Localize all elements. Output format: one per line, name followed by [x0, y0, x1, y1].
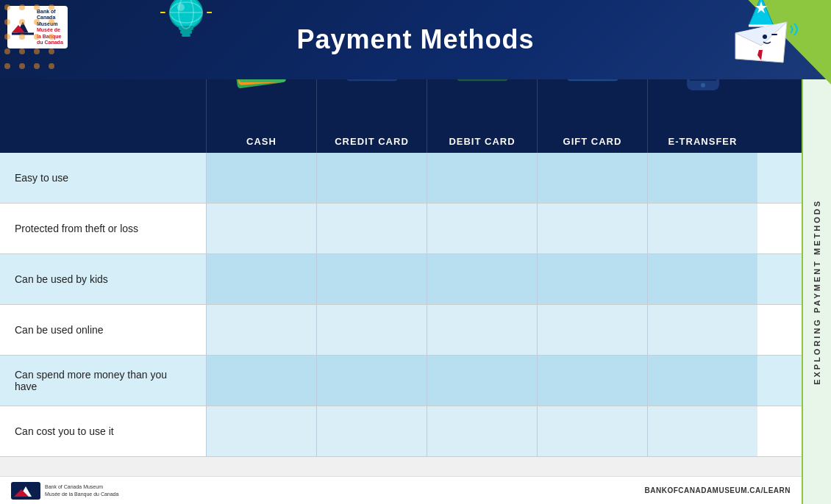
col-header-debit: 3829 5676 1010 3456 DebitCard DEBIT CARD — [427, 79, 537, 153]
svg-rect-50 — [238, 79, 285, 82]
col-label-cash: CASH — [246, 136, 277, 147]
header-empty-cell — [0, 79, 206, 153]
table-row: Can be used online — [0, 305, 802, 356]
row-cell-debit-cost — [427, 406, 537, 456]
table-rows: Easy to use Protected from theft or loss… — [0, 153, 802, 457]
col-header-cash: $ $ $ CASH — [206, 79, 316, 153]
row-cell-debit-kids — [427, 254, 537, 304]
row-cell-credit-online — [316, 305, 427, 355]
svg-point-18 — [49, 48, 54, 54]
svg-rect-72 — [566, 79, 618, 81]
svg-rect-26 — [182, 34, 190, 37]
main-content: $ $ $ CASH — [0, 79, 831, 504]
row-label-online: Can be used online — [0, 305, 206, 355]
col-label-debit: DEBIT CARD — [449, 136, 515, 147]
row-cell-debit-easy — [427, 153, 537, 203]
debit-card-icon: 3829 5676 1010 3456 DebitCard — [453, 79, 512, 87]
mascot — [721, 0, 802, 84]
row-cell-debit-online — [427, 305, 537, 355]
row-cell-cash-kids — [206, 254, 316, 304]
row-cell-gift-easy — [537, 153, 647, 203]
footer-logo: Bank of Canada Museum Musée de la Banque… — [11, 482, 118, 500]
svg-point-8 — [19, 19, 25, 25]
row-cell-cash-overspend — [206, 356, 316, 406]
row-cell-cash-easy — [206, 153, 316, 203]
svg-point-86 — [701, 83, 705, 87]
table-row: Can cost you to use it — [0, 406, 802, 457]
svg-point-3 — [4, 4, 10, 10]
svg-point-22 — [49, 63, 54, 69]
svg-rect-53 — [346, 79, 398, 81]
footer-url: BANKOFCANADAMUSEUM.CA/LEARN — [645, 486, 791, 494]
svg-rect-82 — [689, 79, 717, 81]
col-label-etransfer: E-TRANSFER — [668, 136, 738, 147]
table-row: Can be used by kids — [0, 254, 802, 305]
row-cell-etransfer-cost — [647, 406, 757, 456]
side-panel: EXPLORING PAYMENT METHODS — [802, 79, 831, 504]
row-cell-etransfer-protected — [647, 204, 757, 253]
svg-point-5 — [34, 4, 40, 10]
row-cell-debit-overspend — [427, 356, 537, 406]
row-cell-etransfer-overspend — [647, 356, 757, 406]
row-cell-etransfer-kids — [647, 254, 757, 304]
row-cell-credit-easy — [316, 153, 427, 203]
row-cell-gift-cost — [537, 406, 647, 456]
footer: Bank of Canada Museum Musée de la Banque… — [0, 476, 802, 504]
cash-icon: $ $ $ — [232, 79, 291, 87]
svg-point-23 — [170, 0, 202, 29]
gift-card-icon: GiftCard — [563, 79, 622, 87]
svg-point-10 — [49, 19, 54, 25]
col-header-etransfer: E-TRANSFER — [647, 79, 757, 153]
svg-point-11 — [4, 34, 10, 40]
side-panel-text: EXPLORING PAYMENT METHODS — [813, 199, 821, 385]
credit-card-icon: 3829 5676 1010 3456 CreditCard BANK — [343, 79, 402, 87]
row-cell-gift-online — [537, 305, 647, 355]
svg-point-14 — [49, 34, 54, 40]
lightbulb-icon — [160, 0, 212, 58]
svg-point-15 — [4, 48, 10, 54]
row-cell-cash-protected — [206, 204, 316, 253]
row-cell-cash-online — [206, 305, 316, 355]
row-label-protected: Protected from theft or loss — [0, 204, 206, 253]
svg-point-17 — [34, 48, 40, 54]
table-row: Can spend more money than you have — [0, 356, 802, 406]
svg-point-43 — [763, 35, 767, 39]
row-cell-gift-protected — [537, 204, 647, 253]
row-cell-cash-cost — [206, 406, 316, 456]
row-cell-credit-overspend — [316, 356, 427, 406]
col-header-gift: GiftCard GIFT CARD — [537, 79, 647, 153]
svg-rect-61 — [456, 79, 508, 81]
svg-point-12 — [19, 34, 25, 40]
table-container: $ $ $ CASH — [0, 79, 802, 504]
col-label-gift: GIFT CARD — [563, 136, 622, 147]
svg-point-19 — [4, 63, 10, 69]
row-cell-etransfer-online — [647, 305, 757, 355]
row-cell-credit-kids — [316, 254, 427, 304]
row-label-cost: Can cost you to use it — [0, 406, 206, 456]
svg-point-6 — [49, 4, 54, 10]
table-row: Easy to use — [0, 153, 802, 204]
svg-rect-25 — [180, 30, 192, 34]
row-cell-gift-overspend — [537, 356, 647, 406]
row-label-easy: Easy to use — [0, 153, 206, 203]
table-row: Protected from theft or loss — [0, 204, 802, 254]
svg-point-7 — [4, 19, 10, 25]
row-cell-gift-kids — [537, 254, 647, 304]
col-header-credit: 3829 5676 1010 3456 CreditCard BANK CRED… — [316, 79, 427, 153]
row-cell-credit-cost — [316, 406, 427, 456]
svg-point-9 — [34, 19, 40, 25]
col-label-credit: CREDIT CARD — [335, 136, 409, 147]
svg-point-4 — [19, 4, 25, 10]
row-cell-debit-protected — [427, 204, 537, 253]
row-label-kids: Can be used by kids — [0, 254, 206, 304]
header: Bank of Canada Museum Musée de la Banque… — [0, 0, 831, 79]
svg-point-16 — [19, 48, 25, 54]
row-cell-credit-protected — [316, 204, 427, 253]
svg-point-21 — [34, 63, 40, 69]
svg-point-20 — [19, 63, 25, 69]
decorative-dots — [0, 0, 162, 79]
column-headers: $ $ $ CASH — [0, 79, 802, 153]
row-cell-etransfer-easy — [647, 153, 757, 203]
row-label-overspend: Can spend more money than you have — [0, 356, 206, 406]
svg-rect-24 — [179, 26, 193, 30]
